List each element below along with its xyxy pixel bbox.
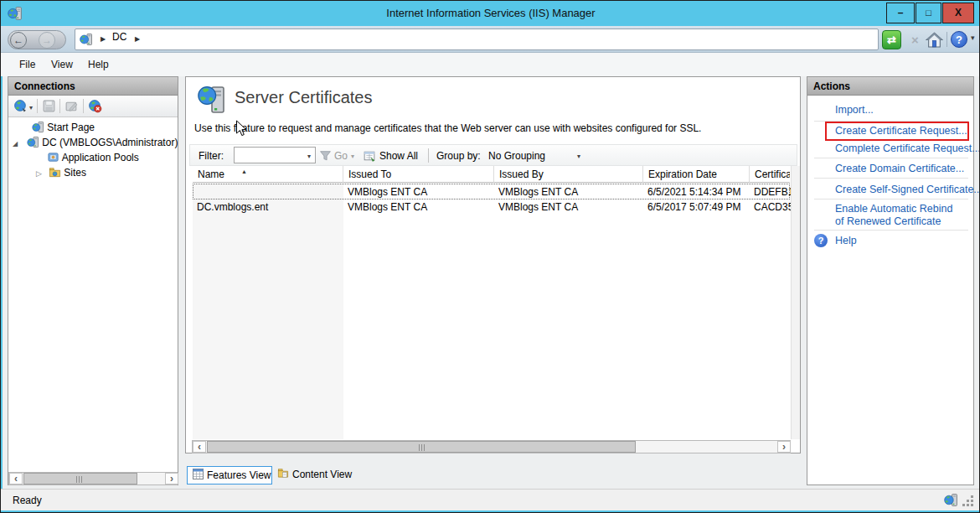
column-header-issued-to[interactable]: Issued To: [343, 166, 494, 183]
filter-input[interactable]: [234, 147, 316, 163]
action-create-certificate-request[interactable]: Create Certificate Request...: [835, 125, 967, 137]
close-button[interactable]: X: [942, 3, 974, 23]
stop-icon: ×: [905, 30, 925, 49]
status-bar: Ready: [1, 489, 980, 510]
tab-features-view[interactable]: Features View: [187, 466, 272, 484]
menu-file[interactable]: File: [16, 53, 39, 76]
actions-header: Actions: [807, 77, 973, 96]
back-button[interactable]: ←: [10, 32, 27, 49]
start-page-icon: [32, 121, 44, 136]
resize-grip[interactable]: [971, 495, 973, 498]
scroll-right-icon[interactable]: ›: [165, 473, 178, 484]
help-icon: ?: [814, 234, 828, 247]
breadcrumb-arrow-icon[interactable]: ▶: [101, 35, 106, 43]
window-title: Internet Information Services (IIS) Mana…: [1, 1, 980, 26]
column-header-issued-by[interactable]: Issued By: [494, 166, 643, 183]
group-by-caret-icon[interactable]: ▾: [577, 153, 580, 160]
create-connection-icon[interactable]: [13, 99, 28, 117]
tab-content-view[interactable]: Content View: [277, 466, 361, 484]
separator: [814, 178, 968, 179]
separator: [814, 230, 968, 231]
vertical-scrollbar-track[interactable]: [791, 166, 800, 439]
actions-panel: Actions Import... Create Certificate Req…: [807, 76, 974, 485]
application-pools-icon: [47, 151, 59, 166]
filter-label: Filter:: [199, 150, 224, 162]
menu-help[interactable]: Help: [85, 53, 112, 76]
home-icon[interactable]: [926, 31, 943, 52]
go-funnel-icon: [319, 149, 332, 165]
action-import[interactable]: Import...: [835, 104, 874, 116]
table-row[interactable]: VMBlogs ENT CA VMBlogs ENT CA 6/5/2021 5…: [193, 184, 790, 200]
scroll-left-icon[interactable]: ‹: [9, 473, 23, 484]
title-bar[interactable]: Internet Information Services (IIS) Mana…: [1, 1, 980, 26]
scroll-left-icon[interactable]: ‹: [193, 441, 206, 453]
group-by-value[interactable]: No Grouping: [488, 150, 545, 162]
content-view-icon: [277, 467, 289, 484]
tree-item-sites[interactable]: Sites: [49, 166, 178, 181]
main-h-scrollbar[interactable]: ‹ ›: [192, 440, 791, 453]
filter-caret-icon[interactable]: ▾: [307, 153, 311, 160]
connections-panel: Connections ▾ Start Page: [8, 76, 178, 485]
connections-header: Connections: [8, 77, 178, 96]
features-view-icon: [193, 468, 204, 484]
breadcrumb-item-dc[interactable]: DC: [112, 31, 126, 43]
toolbar-separator: [83, 99, 84, 113]
expander-open-icon[interactable]: ◢: [13, 140, 18, 148]
column-header-certificate-hash[interactable]: Certificat: [750, 166, 790, 183]
minimize-button[interactable]: –: [886, 3, 915, 23]
iis-manager-window: Internet Information Services (IIS) Mana…: [0, 0, 980, 513]
tree-item-label[interactable]: DC (VMBLOGS\Administrator): [42, 137, 178, 148]
tree-item-start-page[interactable]: Start Page: [32, 121, 178, 136]
table-row[interactable]: DC.vmblogs.ent VMBlogs ENT CA VMBlogs EN…: [193, 200, 790, 215]
connections-toolbar: ▾: [8, 96, 178, 117]
connections-h-scrollbar[interactable]: ‹ ›: [8, 472, 178, 485]
menu-view[interactable]: View: [48, 53, 76, 76]
page-title: Server Certificates: [235, 88, 373, 107]
toolbar-separator: [946, 32, 947, 47]
tree-item-label[interactable]: Application Pools: [62, 152, 139, 163]
cell-expiration: 6/5/2017 5:07:49 PM: [647, 200, 751, 215]
action-help[interactable]: Help: [835, 235, 857, 246]
scrollbar-thumb[interactable]: [207, 441, 636, 453]
cell-expiration: 6/5/2021 5:14:34 PM: [647, 184, 751, 200]
delete-connection-icon[interactable]: [88, 99, 102, 117]
scroll-right-icon[interactable]: ›: [777, 441, 791, 453]
refresh-icon[interactable]: ⇄: [882, 30, 901, 49]
toolbar-separator: [37, 99, 38, 113]
breadcrumb-arrow-icon[interactable]: ▶: [135, 35, 140, 43]
help-icon[interactable]: ?: [951, 31, 967, 48]
tree-item-dc-server[interactable]: DC (VMBLOGS\Administrator): [27, 136, 178, 151]
cell-issued-to: VMBlogs ENT CA: [348, 184, 495, 200]
server-certificates-panel: Server Certificates Use this feature to …: [185, 76, 801, 453]
separator: [814, 199, 968, 200]
scrollbar-thumb[interactable]: [23, 473, 137, 484]
toolbar-separator: [428, 148, 429, 163]
action-create-domain-certificate[interactable]: Create Domain Certificate...: [835, 163, 964, 174]
separator: [814, 158, 968, 158]
action-complete-certificate-request[interactable]: Complete Certificate Request...: [835, 142, 980, 154]
expander-closed-icon[interactable]: ▷: [36, 169, 42, 178]
help-caret-icon[interactable]: ▾: [971, 34, 975, 42]
tab-label[interactable]: Content View: [292, 469, 352, 480]
mouse-cursor: [235, 120, 248, 141]
cell-issued-to: VMBlogs ENT CA: [348, 200, 495, 215]
go-caret-icon: ▾: [351, 153, 354, 160]
action-enable-automatic-rebind[interactable]: Enable Automatic Rebind of Renewed Certi…: [835, 203, 961, 228]
action-create-self-signed-certificate[interactable]: Create Self-Signed Certificate...: [835, 184, 980, 195]
tree-item-application-pools[interactable]: Application Pools: [47, 151, 178, 166]
forward-button[interactable]: →: [39, 32, 55, 49]
tree-item-label[interactable]: Start Page: [47, 122, 95, 133]
tab-label[interactable]: Features View: [207, 469, 271, 481]
tree-item-label[interactable]: Sites: [64, 167, 86, 179]
show-all-button[interactable]: Show All: [379, 150, 418, 162]
group-by-label: Group by:: [436, 150, 481, 162]
column-header-expiration-date[interactable]: Expiration Date: [643, 166, 750, 183]
show-all-icon[interactable]: [363, 149, 376, 166]
edit-connection-icon: [64, 99, 79, 117]
column-header-name[interactable]: Name ▲: [193, 166, 343, 183]
maximize-button[interactable]: □: [916, 3, 941, 23]
toolbar-separator: [59, 99, 60, 113]
go-button: Go: [334, 150, 348, 162]
create-connection-caret-icon[interactable]: ▾: [29, 104, 33, 111]
address-bar[interactable]: [75, 28, 879, 50]
